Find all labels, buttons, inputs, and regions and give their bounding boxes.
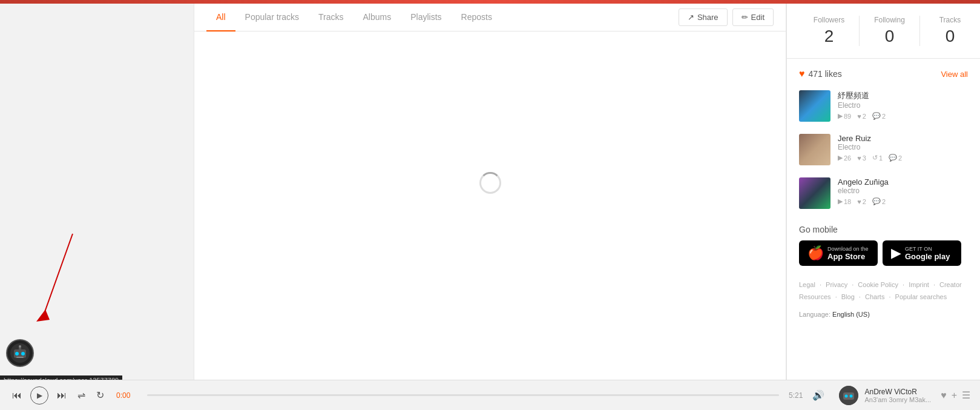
app-store-main: App Store <box>827 252 869 261</box>
followers-stat: Followers 2 <box>799 16 860 46</box>
track-comments-1: 💬 2 <box>872 112 886 120</box>
svg-point-8 <box>19 345 21 348</box>
language-label: Language: <box>799 311 830 318</box>
footer-cookie[interactable]: Cookie Policy <box>858 281 898 288</box>
tabs-left: All Popular tracks Tracks Albums Playlis… <box>206 4 502 31</box>
arrow-annotation <box>24 222 85 345</box>
track-thumbnail-3 <box>799 177 830 209</box>
footer-imprint[interactable]: Imprint <box>909 281 929 288</box>
footer-blog[interactable]: Blog <box>841 293 855 300</box>
track-thumbnail-2 <box>799 134 830 165</box>
tab-all[interactable]: All <box>206 4 235 31</box>
tracks-value: 0 <box>945 27 955 45</box>
track-comments-3: 💬 2 <box>872 197 886 205</box>
following-label: Following <box>866 16 913 24</box>
go-mobile-label: Go mobile <box>799 225 968 234</box>
loading-spinner <box>479 172 501 194</box>
svg-point-5 <box>21 352 25 355</box>
likes-count: 471 likes <box>809 69 842 79</box>
track-plays-3: ▶ 18 <box>838 197 851 205</box>
track-genre-3: electro <box>838 187 968 195</box>
followers-label: Followers <box>805 16 853 24</box>
app-store-button[interactable]: 🍎 Download on the App Store <box>799 240 878 266</box>
share-label: Share <box>697 13 719 22</box>
likes-left: ♥ 471 likes <box>799 68 842 79</box>
track-info-1: 紓壓頻道 Electro ▶ 89 ♥ 2 💬 2 <box>838 90 968 120</box>
app-store-text: Download on the App Store <box>827 246 869 261</box>
track-reposts-2: ↺ 1 <box>872 154 883 162</box>
footer-privacy[interactable]: Privacy <box>826 281 847 288</box>
google-play-icon: ▶ <box>891 245 901 261</box>
likes-section: ♥ 471 likes View all <box>787 59 980 84</box>
right-sidebar: Followers 2 Following 0 Tracks 0 ♥ 471 l… <box>786 4 980 385</box>
track-comments-2: 💬 2 <box>889 154 902 162</box>
svg-line-0 <box>42 234 73 319</box>
track-likes-2: ♥ 3 <box>857 154 866 162</box>
track-card: Angelo Zuñiga electro ▶ 18 ♥ 2 💬 2 <box>787 171 980 215</box>
footer-legal[interactable]: Legal <box>799 281 815 288</box>
tab-albums[interactable]: Albums <box>354 4 401 31</box>
apple-icon: 🍎 <box>807 245 824 261</box>
tab-reposts[interactable]: Reposts <box>452 4 502 31</box>
svg-rect-6 <box>16 357 24 358</box>
tab-popular-tracks[interactable]: Popular tracks <box>235 4 309 31</box>
track-likes-1: ♥ 2 <box>857 113 866 120</box>
footer-links: Legal · Privacy · Cookie Policy · Imprin… <box>787 272 980 311</box>
google-play-button[interactable]: ▶ GET IT ON Google play <box>883 240 961 266</box>
stats-row: Followers 2 Following 0 Tracks 0 <box>787 4 980 59</box>
heart-icon: ♥ <box>799 68 805 79</box>
track-info-2: Jere Ruiz Electro ▶ 26 ♥ 3 ↺ 1 💬 2 <box>838 134 968 162</box>
language-row: Language: English (US) <box>787 311 980 323</box>
track-stats-3: ▶ 18 ♥ 2 💬 2 <box>838 197 968 205</box>
main-layout: https://soundcloud.com/user-13577789 All… <box>0 4 980 385</box>
app-buttons: 🍎 Download on the App Store ▶ GET IT ON … <box>799 240 968 266</box>
edit-button[interactable]: ✏ Edit <box>732 8 774 26</box>
track-plays-1: ▶ 89 <box>838 112 851 120</box>
view-all-link[interactable]: View all <box>941 70 968 79</box>
following-stat: Following 0 <box>860 16 920 46</box>
content-area: All Popular tracks Tracks Albums Playlis… <box>194 4 786 385</box>
track-artist-1[interactable]: 紓壓頻道 <box>838 90 968 101</box>
google-play-text: GET IT ON Google play <box>905 246 950 261</box>
tabs-right: ↗ Share ✏ Edit <box>679 8 774 26</box>
track-genre-1: Electro <box>838 101 968 110</box>
tracks-label: Tracks <box>926 16 974 24</box>
svg-marker-1 <box>36 309 50 322</box>
tabs-bar: All Popular tracks Tracks Albums Playlis… <box>194 4 786 31</box>
track-card: 紓壓頻道 Electro ▶ 89 ♥ 2 💬 2 <box>787 84 980 128</box>
track-plays-2: ▶ 26 <box>838 154 851 162</box>
svg-point-4 <box>15 352 19 355</box>
google-play-main: Google play <box>905 252 950 261</box>
left-sidebar: https://soundcloud.com/user-13577789 <box>0 4 194 385</box>
track-thumbnail-1 <box>799 90 830 122</box>
tracks-stat: Tracks 0 <box>920 16 980 46</box>
loading-area <box>194 31 786 334</box>
followers-value: 2 <box>824 27 834 45</box>
footer-charts[interactable]: Charts <box>865 293 884 300</box>
track-artist-3[interactable]: Angelo Zuñiga <box>838 177 968 187</box>
track-card: Jere Ruiz Electro ▶ 26 ♥ 3 ↺ 1 💬 2 <box>787 128 980 171</box>
following-value: 0 <box>885 27 895 45</box>
track-info-3: Angelo Zuñiga electro ▶ 18 ♥ 2 💬 2 <box>838 177 968 205</box>
share-button[interactable]: ↗ Share <box>679 8 728 26</box>
track-likes-3: ♥ 2 <box>857 198 866 205</box>
go-mobile-section: Go mobile 🍎 Download on the App Store ▶ … <box>787 215 980 272</box>
track-genre-2: Electro <box>838 143 968 151</box>
app-store-sub: Download on the <box>827 246 869 252</box>
edit-icon: ✏ <box>742 13 748 22</box>
tab-tracks[interactable]: Tracks <box>309 4 353 31</box>
tab-playlists[interactable]: Playlists <box>401 4 451 31</box>
track-artist-2[interactable]: Jere Ruiz <box>838 134 968 143</box>
share-icon: ↗ <box>688 13 694 22</box>
player-bar: ⏮ ▶ ⏭ ⇌ ↻ 0:00 5:21 🔊 AnDreW ViCtoR An3'… <box>0 380 980 385</box>
google-play-sub: GET IT ON <box>905 246 950 252</box>
language-value: English (US) <box>832 311 870 318</box>
footer-popular[interactable]: Popular searches <box>895 293 947 300</box>
track-stats-2: ▶ 26 ♥ 3 ↺ 1 💬 2 <box>838 154 968 162</box>
track-stats-1: ▶ 89 ♥ 2 💬 2 <box>838 112 968 120</box>
avatar <box>6 339 34 367</box>
edit-label: Edit <box>751 13 765 22</box>
